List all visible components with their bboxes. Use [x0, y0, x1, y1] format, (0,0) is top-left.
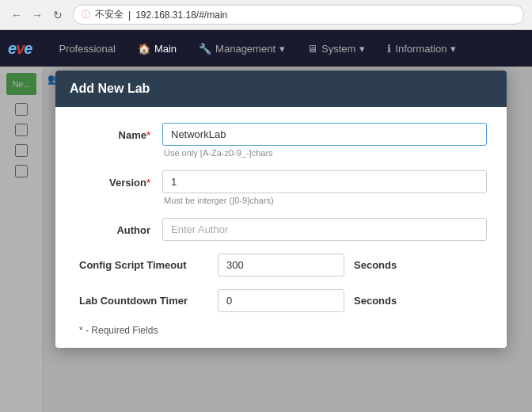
- page-content: 👥 File manager Current position : root N…: [0, 67, 532, 412]
- nav-item-system[interactable]: 🖥 System ▾: [296, 32, 376, 66]
- nav-label-management: Management: [215, 43, 276, 55]
- add-new-lab-modal: Add New Lab Name* Use only [A-Za-z0-9_-]…: [55, 71, 507, 348]
- information-dropdown-icon: ▾: [450, 43, 456, 55]
- name-field-group: Name* Use only [A-Za-z0-9_-]chars: [75, 123, 487, 158]
- required-note: * - Required Fields: [75, 325, 487, 336]
- author-field-wrap: [162, 218, 487, 241]
- address-bar[interactable]: ⓘ 不安全 | 192.168.31.18/#/main: [73, 5, 524, 25]
- author-input[interactable]: [162, 218, 487, 241]
- name-field-wrap: Use only [A-Za-z0-9_-]chars: [162, 123, 487, 158]
- management-dropdown-icon: ▾: [279, 43, 285, 55]
- version-required-star: *: [146, 177, 150, 189]
- version-hint: Must be interger ([0-9]chars): [162, 196, 487, 205]
- modal-title: Add New Lab: [70, 82, 150, 95]
- countdown-timer-group: Lab Countdown Timer Seconds: [75, 289, 487, 312]
- version-label: Version*: [75, 170, 162, 189]
- nav-item-main[interactable]: 🏠 Main: [127, 32, 188, 66]
- address-text: 192.168.31.18/#/main: [135, 10, 227, 21]
- countdown-timer-suffix: Seconds: [354, 295, 397, 307]
- navbar: eve Professional 🏠 Main 🔧 Management ▾ 🖥…: [0, 30, 532, 67]
- nav-item-management[interactable]: 🔧 Management ▾: [188, 32, 296, 66]
- name-required-star: *: [146, 129, 150, 141]
- nav-label-system: System: [321, 43, 355, 55]
- nav-item-professional[interactable]: Professional: [48, 32, 127, 66]
- countdown-timer-label: Lab Countdown Timer: [75, 295, 218, 307]
- nav-label-professional: Professional: [59, 43, 116, 55]
- security-label: 不安全: [95, 8, 124, 21]
- refresh-button[interactable]: ↻: [49, 6, 66, 24]
- main-icon: 🏠: [138, 43, 150, 55]
- nav-item-information[interactable]: ℹ Information ▾: [376, 32, 467, 66]
- nav-label-information: Information: [395, 43, 446, 55]
- name-input[interactable]: [162, 123, 487, 146]
- config-timeout-suffix: Seconds: [354, 259, 397, 271]
- countdown-timer-input[interactable]: [218, 289, 344, 312]
- management-icon: 🔧: [199, 43, 211, 55]
- version-field-group: Version* Must be interger ([0-9]chars): [75, 170, 487, 205]
- forward-button[interactable]: →: [28, 6, 46, 24]
- modal-overlay: Add New Lab Name* Use only [A-Za-z0-9_-]…: [0, 67, 532, 412]
- modal-body: Name* Use only [A-Za-z0-9_-]chars Versio…: [55, 107, 507, 348]
- version-input[interactable]: [162, 170, 487, 193]
- name-label: Name*: [75, 123, 162, 141]
- version-field-wrap: Must be interger ([0-9]chars): [162, 170, 487, 205]
- author-label: Author: [75, 218, 162, 236]
- information-icon: ℹ: [387, 43, 391, 55]
- nav-buttons[interactable]: ← → ↻: [8, 6, 66, 24]
- system-dropdown-icon: ▾: [359, 43, 365, 55]
- brand-logo: eve: [8, 40, 32, 58]
- nav-items: Professional 🏠 Main 🔧 Management ▾ 🖥 Sys…: [48, 32, 467, 66]
- config-timeout-input[interactable]: [218, 254, 344, 277]
- config-timeout-group: Config Script Timeout Seconds: [75, 254, 487, 277]
- browser-bar: ← → ↻ ⓘ 不安全 | 192.168.31.18/#/main: [0, 0, 532, 30]
- address-separator: |: [128, 10, 131, 21]
- name-hint: Use only [A-Za-z0-9_-]chars: [162, 148, 487, 158]
- back-button[interactable]: ←: [8, 6, 25, 24]
- config-timeout-label: Config Script Timeout: [75, 259, 218, 271]
- modal-header: Add New Lab: [55, 71, 507, 107]
- system-icon: 🖥: [307, 43, 317, 55]
- author-field-group: Author: [75, 218, 487, 241]
- security-icon: ⓘ: [82, 9, 90, 21]
- nav-label-main: Main: [154, 43, 177, 55]
